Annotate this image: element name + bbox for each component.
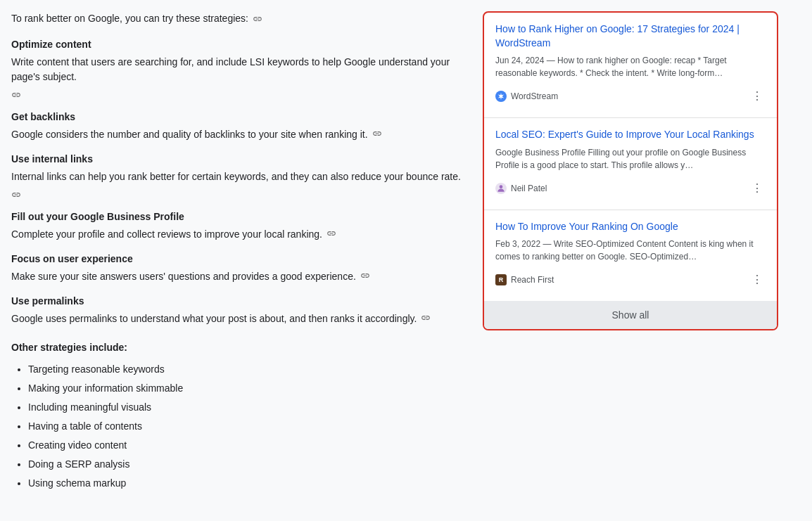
list-item: Using schema markup <box>28 476 469 491</box>
other-strategies-heading: Other strategies include: <box>11 340 469 355</box>
strategy-heading-0: Optimize content <box>11 37 469 52</box>
source-name-0: WordStream <box>511 90 558 103</box>
show-all-button[interactable]: Show all <box>484 301 777 329</box>
intro-text: To rank better on Google, you can try th… <box>11 11 248 26</box>
reach-first-icon: R <box>495 274 507 285</box>
intro-link-icon[interactable] <box>253 14 262 24</box>
strategy-heading-4: Focus on user experience <box>11 252 469 266</box>
strategy-item-2: Use internal links Internal links can he… <box>11 152 469 200</box>
more-button-2[interactable]: ⋮ <box>749 269 766 291</box>
result-title-1[interactable]: Local SEO: Expert's Guide to Improve You… <box>495 128 766 142</box>
list-item: Creating video content <box>28 438 469 453</box>
result-meta-0: WordStream ⋮ <box>495 85 766 108</box>
strategy-link-icon-1[interactable] <box>372 129 382 139</box>
strategy-item-3: Fill out your Google Business Profile Co… <box>11 210 469 242</box>
svg-point-0 <box>500 185 503 188</box>
strategy-link-icon-3[interactable] <box>326 229 336 238</box>
strategy-heading-5: Use permalinks <box>11 294 469 309</box>
result-source-2: R Reach First <box>495 274 554 286</box>
list-item: Doing a SERP analysis <box>28 457 469 472</box>
result-source-0: WordStream <box>495 90 558 103</box>
wordstream-icon <box>495 91 507 102</box>
list-item: Targeting reasonable keywords <box>28 362 469 377</box>
source-name-2: Reach First <box>511 274 554 286</box>
result-title-2[interactable]: How To Improve Your Ranking On Google <box>495 220 766 234</box>
other-strategies-list: Targeting reasonable keywords Making you… <box>11 362 469 491</box>
strategy-desc-4: Make sure your site answers users' quest… <box>11 269 469 284</box>
strategy-heading-3: Fill out your Google Business Profile <box>11 210 469 224</box>
result-snippet-0: Jun 24, 2024 — How to rank higher on Goo… <box>495 54 766 79</box>
search-result-item-2: How To Improve Your Ranking On Google Fe… <box>484 210 777 302</box>
search-result-item-1: Local SEO: Expert's Guide to Improve You… <box>484 118 777 210</box>
list-item: Including meaningful visuals <box>28 400 469 415</box>
strategy-item-0: Optimize content Write content that user… <box>11 37 469 100</box>
strategy-desc-0: Write content that users are searching f… <box>11 55 469 100</box>
intro-section: To rank better on Google, you can try th… <box>11 11 469 26</box>
more-button-1[interactable]: ⋮ <box>749 177 766 200</box>
strategy-desc-2: Internal links can help you rank better … <box>11 169 469 200</box>
strategy-item-1: Get backlinks Google considers the numbe… <box>11 110 469 142</box>
strategy-desc-1: Google considers the number and quality … <box>11 127 469 142</box>
strategy-heading-2: Use internal links <box>11 152 469 167</box>
source-name-1: Neil Patel <box>511 182 547 195</box>
more-button-0[interactable]: ⋮ <box>749 85 766 108</box>
strategy-desc-5: Google uses permalinks to understand wha… <box>11 311 469 326</box>
result-snippet-1: Google Business Profile Filling out your… <box>495 146 766 172</box>
right-column: How to Rank Higher on Google: 17 Strateg… <box>483 11 778 495</box>
result-snippet-2: Feb 3, 2022 — Write SEO-Optimized Conten… <box>495 238 766 263</box>
result-title-0[interactable]: How to Rank Higher on Google: 17 Strateg… <box>495 22 766 50</box>
search-results-card: How to Rank Higher on Google: 17 Strateg… <box>483 11 778 330</box>
result-source-1: Neil Patel <box>495 182 547 195</box>
result-meta-1: Neil Patel ⋮ <box>495 177 766 200</box>
strategies-list: Optimize content Write content that user… <box>11 37 469 326</box>
result-meta-2: R Reach First ⋮ <box>495 269 766 291</box>
search-result-item-0: How to Rank Higher on Google: 17 Strateg… <box>484 13 777 118</box>
strategy-link-icon-0[interactable] <box>11 90 21 100</box>
left-column: To rank better on Google, you can try th… <box>11 11 469 495</box>
strategy-link-icon-2[interactable] <box>11 190 21 200</box>
list-item: Making your information skimmable <box>28 381 469 396</box>
strategy-desc-3: Complete your profile and collect review… <box>11 227 469 242</box>
strategy-item-4: Focus on user experience Make sure your … <box>11 252 469 284</box>
neil-patel-icon <box>495 183 507 194</box>
strategy-item-5: Use permalinks Google uses permalinks to… <box>11 294 469 326</box>
strategy-link-icon-5[interactable] <box>421 313 431 323</box>
strategy-link-icon-4[interactable] <box>360 271 370 281</box>
strategy-heading-1: Get backlinks <box>11 110 469 124</box>
page-layout: To rank better on Google, you can try th… <box>11 11 801 495</box>
list-item: Having a table of contents <box>28 419 469 434</box>
